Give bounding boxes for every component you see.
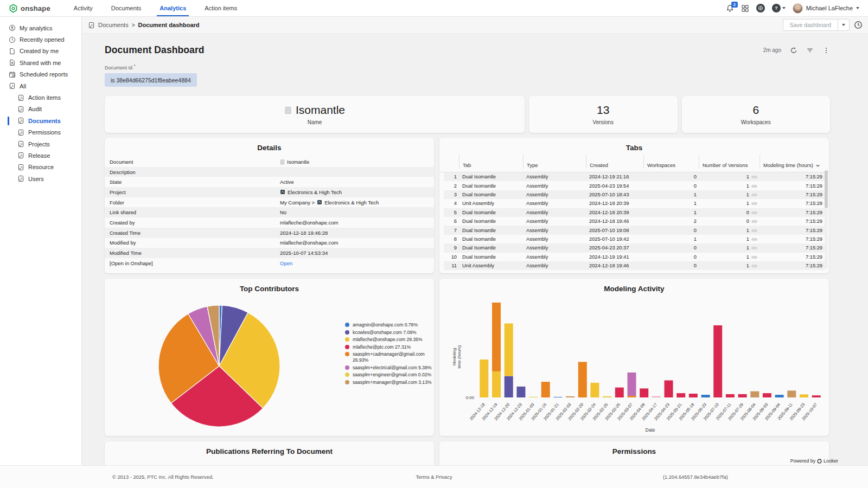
bar-segment[interactable] (750, 391, 759, 397)
bar-segment[interactable] (615, 388, 624, 397)
legend-item[interactable]: saasplm+engineer@gmail.com 0.02% (345, 372, 434, 378)
schedule-button[interactable] (854, 21, 863, 29)
tabs-table-row[interactable]: 9Dual IsomantleAssembly2025-04-23 20:370… (444, 243, 825, 252)
legend-item[interactable]: mlafleche@ptc.com 27.31% (345, 344, 434, 350)
onshape-logo[interactable]: onshape (9, 4, 50, 13)
more-button[interactable] (822, 47, 830, 54)
legend-item[interactable]: amagnin@onshape.com 0.78% (345, 322, 434, 328)
bar-segment[interactable] (763, 393, 771, 397)
logo-text: onshape (21, 4, 50, 12)
tabs-table-row[interactable]: 10Dual IsomantleAssembly2024-12-19 19:41… (444, 253, 825, 261)
legend-label: amagnin@onshape.com 0.78% (353, 322, 418, 328)
tabs-table-row[interactable]: 2Dual IsomantleAssembly2025-04-23 19:540… (444, 181, 825, 190)
tabs-column-header[interactable]: Workspaces (643, 155, 699, 169)
details-row: Created bymlafleche@onshape.com (105, 217, 434, 228)
legend-item[interactable]: saasplm+electrical@gmail.com 5.38% (345, 365, 434, 371)
bar-segment[interactable] (492, 303, 501, 371)
nav-item-activity[interactable]: Activity (65, 0, 102, 16)
chevron-down-icon (782, 7, 786, 9)
bar-segment[interactable] (541, 382, 550, 397)
apps-button[interactable] (741, 4, 749, 12)
sidebar-item-action-items[interactable]: Action items (0, 92, 81, 103)
bar-segment[interactable] (590, 383, 599, 397)
tabs-table-row[interactable]: 1Dual IsomantleAssembly2024-12-19 21:160… (444, 172, 825, 181)
tabs-column-header[interactable]: Created (586, 155, 643, 169)
sidebar-item-all[interactable]: All (0, 80, 81, 92)
tabs-table-row[interactable]: 6Dual IsomantleAssembly2024-12-18 19:462… (444, 217, 825, 226)
sidebar-item-documents[interactable]: Documents (0, 115, 81, 126)
tabs-column-header[interactable]: Tab (459, 155, 523, 169)
legend-color-dot (345, 345, 349, 349)
sidebar-item-resource[interactable]: Resource (0, 162, 81, 173)
bar-segment[interactable] (578, 362, 587, 397)
tabs-column-header[interactable]: Type (523, 155, 586, 169)
details-row: Created Time2024-12-18 19:46:28 (105, 228, 434, 238)
sidebar-item-users[interactable]: Users (0, 173, 81, 184)
tabs-scrollbar[interactable] (825, 170, 828, 269)
legend-item[interactable]: kcowles@onshape.com 7.09% (345, 330, 434, 336)
bar-segment[interactable] (628, 396, 636, 397)
bar-segment[interactable] (640, 388, 648, 397)
notifications-button[interactable]: 2 (726, 4, 734, 12)
bar-segment[interactable] (628, 373, 636, 396)
sidebar-item-audit[interactable]: Audit (0, 104, 81, 115)
bar-segment[interactable] (676, 393, 685, 397)
sidebar-item-release[interactable]: Release (0, 150, 81, 161)
nav-item-action-items[interactable]: Action items (195, 0, 246, 16)
details-value[interactable]: Open (280, 260, 292, 266)
tabs-column-header[interactable]: Number of Versions (699, 155, 760, 169)
bar-segment[interactable] (665, 381, 673, 398)
bar-segment[interactable] (812, 395, 821, 397)
nav-item-documents[interactable]: Documents (102, 0, 151, 16)
sidebar-item-permissions[interactable]: Permissions (0, 127, 81, 138)
refresh-button[interactable] (790, 47, 797, 54)
sidebar-item-my-analytics[interactable]: My analytics (0, 22, 81, 34)
sidebar-item-recently-opened[interactable]: Recently opened (0, 34, 81, 45)
bar-segment[interactable] (566, 396, 575, 397)
bar-segment[interactable] (689, 394, 698, 397)
terms-privacy-link[interactable]: Terms & Privacy (416, 474, 452, 480)
nav-item-analytics[interactable]: Analytics (150, 0, 195, 16)
bar-segment[interactable] (529, 397, 538, 397)
breadcrumb-section[interactable]: Documents (98, 22, 129, 28)
save-dashboard-menu-button[interactable] (838, 19, 850, 31)
bar-segment[interactable] (603, 396, 611, 397)
tabs-column-header[interactable]: Modeling time (hours) (760, 155, 825, 169)
details-label: Created by (105, 220, 276, 226)
top-navbar: onshape ActivityDocumentsAnalyticsAction… (0, 0, 868, 17)
tabs-table-row[interactable]: 8Dual IsomantleAssembly2025-07-10 19:421… (444, 235, 825, 243)
tabs-table-row[interactable]: 4Unit AssemblyAssembly2024-12-18 20:3911… (444, 199, 825, 208)
tabs-table-row[interactable]: 5Dual IsomantleAssembly2024-12-18 20:391… (444, 208, 825, 217)
bar-segment[interactable] (800, 394, 808, 397)
sidebar-item-scheduled-reports[interactable]: Scheduled reports (0, 69, 81, 80)
bar-segment[interactable] (713, 325, 722, 397)
sidebar-item-created-by-me[interactable]: Created by me (0, 46, 81, 57)
filters-button[interactable] (806, 47, 814, 54)
bar-segment[interactable] (492, 371, 501, 397)
bar-segment[interactable] (652, 396, 661, 397)
legend-item[interactable]: saasplm+cadmanager@gmail.com 26.93% (345, 351, 434, 363)
sidebar-item-projects[interactable]: Projects (0, 138, 81, 150)
bar-segment[interactable] (701, 395, 710, 397)
user-menu[interactable]: Michael LaFleche (793, 3, 859, 14)
bar-segment[interactable] (738, 394, 747, 397)
globe-button[interactable] (756, 4, 765, 12)
legend-item[interactable]: saasplm+manager@gmail.com 3.13% (345, 380, 434, 386)
tabs-table-row[interactable]: 7Dual IsomantleAssembly2025-07-10 19:080… (444, 226, 825, 234)
bar-segment[interactable] (516, 387, 525, 397)
tabs-table-row[interactable]: 3Dual IsomantleAssembly2025-07-10 18:431… (444, 190, 825, 199)
bar-segment[interactable] (505, 324, 513, 376)
help-button[interactable]: ? (772, 4, 786, 12)
sidebar-item-shared-with-me[interactable]: Shared with me (0, 57, 81, 68)
legend-item[interactable]: mlafleche@onshape.com 29.35% (345, 337, 434, 343)
tabs-table-row[interactable]: 11Unit AssemblyAssembly2024-12-18 19:460… (444, 261, 825, 270)
bar-segment[interactable] (775, 395, 784, 397)
save-dashboard-button[interactable]: Save dashboard (783, 19, 838, 31)
bar-segment[interactable] (505, 376, 513, 397)
bar-segment[interactable] (553, 397, 562, 397)
bar-segment[interactable] (787, 390, 796, 397)
document-id-filter-chip[interactable]: is 38e84d66275d1f8eabee4884 (105, 73, 197, 87)
bar-segment[interactable] (726, 394, 735, 397)
bar-segment[interactable] (480, 359, 488, 397)
details-value: Active (280, 179, 294, 185)
